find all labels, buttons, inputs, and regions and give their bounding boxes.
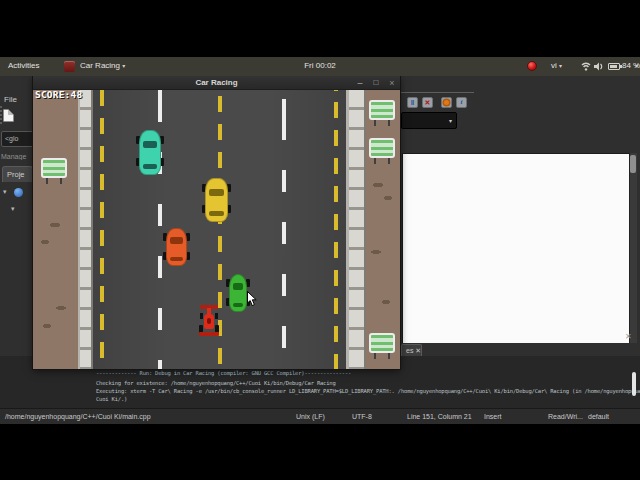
volume-icon (594, 62, 605, 71)
chevron-down-icon: ▾ (559, 63, 562, 69)
status-profile: default (588, 413, 609, 420)
system-menu-caret-icon[interactable]: ▾ (635, 62, 638, 69)
green-car (227, 274, 249, 312)
input-method-indicator[interactable]: vi ▾ (551, 61, 562, 70)
roadside-dirt-right (366, 90, 400, 369)
pause-icon[interactable]: ‖ (407, 97, 418, 108)
letterbox-bottom (0, 424, 640, 480)
window-title: Car Racing (33, 78, 400, 87)
maximize-button[interactable]: □ (370, 77, 382, 89)
letterbox-top (0, 0, 640, 57)
mouse-cursor-icon (247, 291, 258, 307)
info-icon[interactable]: i (456, 97, 467, 108)
debug-windows-icon[interactable] (441, 97, 452, 108)
screen: Activities Car Racing ▾ Fri 00:02 vi ▾ 8… (0, 0, 640, 480)
clock-label[interactable]: Fri 00:02 (0, 61, 640, 70)
lane-line-white (282, 90, 286, 369)
road-sign (369, 138, 395, 164)
minimize-button[interactable]: – (354, 77, 366, 89)
teal-car (137, 130, 163, 175)
gear-icon (444, 100, 449, 105)
editor-pane[interactable] (402, 153, 629, 343)
workspace-icon (14, 188, 23, 197)
build-target-combo[interactable]: ▾ (401, 112, 457, 129)
tab-close-icon[interactable]: ✕ (415, 347, 421, 354)
lane-line-yellow (100, 90, 104, 369)
gnome-top-panel: Activities Car Racing ▾ Fri 00:02 vi ▾ 8… (0, 57, 640, 76)
build-log-line: ------------- Run: Debug in Car Racing (… (96, 370, 351, 376)
chevron-down-icon: ▾ (449, 117, 452, 124)
tree-expand-icon[interactable]: ▾ (3, 188, 7, 196)
road-sign (369, 100, 395, 126)
codeblocks-ide: File <glo Manage Proje ▾ ▾ ‹ ‖ ✕ i ▾ ✕ e… (0, 76, 640, 408)
tree-expand-icon[interactable]: ▾ (11, 205, 15, 213)
editor-scrollbar-thumb[interactable] (630, 155, 636, 173)
status-encoding: UTF-8 (352, 413, 372, 420)
curb-left (78, 90, 93, 369)
build-log-line: Cuoi Ki/.) (96, 396, 127, 402)
management-panel-caption: Manage (1, 153, 33, 160)
car-racing-window: Car Racing – □ × SCORE:48 (33, 76, 400, 369)
menu-file[interactable]: File (4, 95, 17, 104)
tab-projects[interactable]: Proje (2, 166, 33, 182)
road (93, 90, 346, 369)
build-log-line: Executing: xterm -T Car\ Racing -e /usr/… (96, 388, 640, 394)
road-sign (369, 333, 395, 359)
wifi-icon (581, 62, 591, 71)
roadside-dirt-left (33, 90, 78, 369)
screen-record-icon (527, 61, 537, 71)
status-eol: Unix (LF) (296, 413, 325, 420)
new-file-icon[interactable] (3, 109, 14, 122)
close-button[interactable]: × (386, 77, 398, 89)
toolbar-divider (396, 92, 474, 93)
score-label: SCORE:48 (35, 90, 82, 100)
logs-close-icon[interactable]: ✕ (625, 332, 632, 341)
curb-right (346, 90, 366, 369)
lane-line-yellow (334, 90, 338, 369)
status-file-path: /home/nguyenhopquang/C++/Cuoi Ki/main.cp… (5, 413, 151, 420)
battery-icon (608, 63, 620, 70)
status-insert-mode: Insert (484, 413, 502, 420)
road-sign (41, 158, 67, 184)
code-scope-combo[interactable]: <glo (1, 131, 34, 147)
status-caret-position: Line 151, Column 21 (407, 413, 472, 420)
ide-status-bar: /home/nguyenhopquang/C++/Cuoi Ki/main.cp… (0, 408, 640, 424)
build-log-line: Checking for existence: /home/nguyenhopq… (96, 380, 336, 386)
player-f1-car (199, 305, 219, 336)
log-scrollbar-thumb[interactable] (632, 372, 636, 396)
orange-car (164, 228, 189, 266)
game-canvas[interactable]: SCORE:48 (33, 90, 400, 369)
editor-scrollbar[interactable] (629, 153, 637, 343)
window-titlebar[interactable]: Car Racing – □ × (33, 76, 400, 90)
yellow-car (203, 178, 230, 222)
status-access: Read/Wri... (548, 413, 583, 420)
stop-icon[interactable]: ✕ (422, 97, 433, 108)
